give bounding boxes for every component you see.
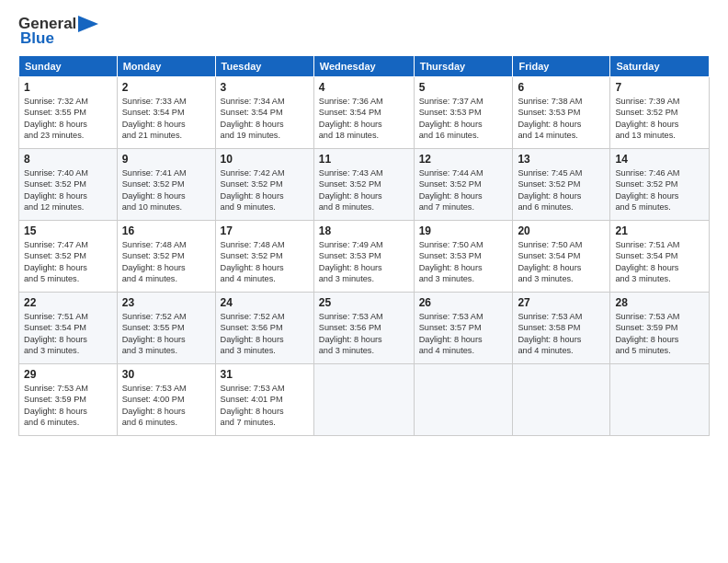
header: General Blue: [18, 15, 710, 48]
day-number: 21: [615, 224, 704, 237]
calendar-cell: 20Sunrise: 7:50 AM Sunset: 3:54 PM Dayli…: [513, 221, 610, 293]
calendar-week-row: 15Sunrise: 7:47 AM Sunset: 3:52 PM Dayli…: [19, 221, 710, 293]
day-number: 25: [319, 296, 409, 309]
day-info: Sunrise: 7:32 AM Sunset: 3:55 PM Dayligh…: [24, 96, 112, 142]
day-info: Sunrise: 7:50 AM Sunset: 3:53 PM Dayligh…: [419, 239, 508, 285]
weekday-header-cell: Wednesday: [313, 56, 414, 77]
calendar-cell: 5Sunrise: 7:37 AM Sunset: 3:53 PM Daylig…: [414, 77, 513, 149]
calendar-week-row: 29Sunrise: 7:53 AM Sunset: 3:59 PM Dayli…: [19, 364, 710, 436]
day-info: Sunrise: 7:53 AM Sunset: 3:57 PM Dayligh…: [419, 311, 508, 357]
calendar-cell: 25Sunrise: 7:53 AM Sunset: 3:56 PM Dayli…: [313, 293, 414, 364]
calendar-week-row: 1Sunrise: 7:32 AM Sunset: 3:55 PM Daylig…: [19, 77, 710, 149]
day-number: 28: [615, 296, 704, 309]
calendar-cell: 17Sunrise: 7:48 AM Sunset: 3:52 PM Dayli…: [215, 221, 313, 293]
day-info: Sunrise: 7:33 AM Sunset: 3:54 PM Dayligh…: [122, 96, 210, 142]
day-info: Sunrise: 7:46 AM Sunset: 3:52 PM Dayligh…: [615, 167, 704, 213]
day-info: Sunrise: 7:41 AM Sunset: 3:52 PM Dayligh…: [122, 167, 210, 213]
calendar-cell: 12Sunrise: 7:44 AM Sunset: 3:52 PM Dayli…: [414, 149, 513, 221]
day-number: 30: [122, 368, 210, 381]
calendar-cell: 26Sunrise: 7:53 AM Sunset: 3:57 PM Dayli…: [414, 293, 513, 364]
calendar-table: SundayMondayTuesdayWednesdayThursdayFrid…: [18, 55, 710, 436]
calendar-cell: 4Sunrise: 7:36 AM Sunset: 3:54 PM Daylig…: [313, 77, 414, 149]
weekday-header-row: SundayMondayTuesdayWednesdayThursdayFrid…: [19, 56, 710, 77]
logo-blue-label: Blue: [20, 29, 54, 48]
day-number: 16: [122, 224, 210, 237]
day-number: 20: [518, 224, 605, 237]
day-info: Sunrise: 7:36 AM Sunset: 3:54 PM Dayligh…: [319, 96, 409, 142]
day-info: Sunrise: 7:48 AM Sunset: 3:52 PM Dayligh…: [122, 239, 210, 285]
day-info: Sunrise: 7:52 AM Sunset: 3:56 PM Dayligh…: [221, 311, 309, 357]
page: General Blue SundayMondayTuesdayWednesda…: [0, 0, 728, 445]
day-info: Sunrise: 7:40 AM Sunset: 3:52 PM Dayligh…: [24, 167, 112, 213]
day-info: Sunrise: 7:51 AM Sunset: 3:54 PM Dayligh…: [615, 239, 704, 285]
calendar-cell: 15Sunrise: 7:47 AM Sunset: 3:52 PM Dayli…: [19, 221, 118, 293]
calendar-cell: 22Sunrise: 7:51 AM Sunset: 3:54 PM Dayli…: [19, 293, 118, 364]
day-number: 19: [419, 224, 508, 237]
calendar-cell: 6Sunrise: 7:38 AM Sunset: 3:53 PM Daylig…: [513, 77, 610, 149]
day-info: Sunrise: 7:50 AM Sunset: 3:54 PM Dayligh…: [518, 239, 605, 285]
day-number: 13: [518, 153, 605, 166]
day-info: Sunrise: 7:43 AM Sunset: 3:52 PM Dayligh…: [319, 167, 409, 213]
day-number: 12: [419, 153, 508, 166]
day-number: 6: [518, 81, 605, 94]
weekday-header-cell: Tuesday: [215, 56, 313, 77]
calendar-cell: 24Sunrise: 7:52 AM Sunset: 3:56 PM Dayli…: [215, 293, 313, 364]
day-info: Sunrise: 7:38 AM Sunset: 3:53 PM Dayligh…: [518, 96, 605, 142]
day-number: 4: [319, 81, 409, 94]
calendar-cell: [313, 364, 414, 436]
calendar-body: 1Sunrise: 7:32 AM Sunset: 3:55 PM Daylig…: [19, 77, 710, 436]
calendar-cell: 2Sunrise: 7:33 AM Sunset: 3:54 PM Daylig…: [117, 77, 215, 149]
day-info: Sunrise: 7:53 AM Sunset: 4:00 PM Dayligh…: [122, 383, 210, 429]
calendar-cell: 9Sunrise: 7:41 AM Sunset: 3:52 PM Daylig…: [117, 149, 215, 221]
day-info: Sunrise: 7:34 AM Sunset: 3:54 PM Dayligh…: [221, 96, 309, 142]
day-info: Sunrise: 7:53 AM Sunset: 3:58 PM Dayligh…: [518, 311, 605, 357]
day-number: 7: [615, 81, 704, 94]
calendar-cell: 3Sunrise: 7:34 AM Sunset: 3:54 PM Daylig…: [215, 77, 313, 149]
weekday-header-cell: Friday: [513, 56, 610, 77]
day-info: Sunrise: 7:44 AM Sunset: 3:52 PM Dayligh…: [419, 167, 508, 213]
day-info: Sunrise: 7:37 AM Sunset: 3:53 PM Dayligh…: [419, 96, 508, 142]
calendar-cell: 27Sunrise: 7:53 AM Sunset: 3:58 PM Dayli…: [513, 293, 610, 364]
calendar-cell: 1Sunrise: 7:32 AM Sunset: 3:55 PM Daylig…: [19, 77, 118, 149]
day-number: 31: [221, 368, 309, 381]
day-number: 26: [419, 296, 508, 309]
weekday-header-cell: Sunday: [19, 56, 118, 77]
calendar-cell: [513, 364, 610, 436]
day-info: Sunrise: 7:53 AM Sunset: 3:59 PM Dayligh…: [615, 311, 704, 357]
svg-marker-0: [78, 16, 98, 32]
calendar-cell: 7Sunrise: 7:39 AM Sunset: 3:52 PM Daylig…: [610, 77, 710, 149]
calendar-cell: 10Sunrise: 7:42 AM Sunset: 3:52 PM Dayli…: [215, 149, 313, 221]
calendar-cell: 21Sunrise: 7:51 AM Sunset: 3:54 PM Dayli…: [610, 221, 710, 293]
day-number: 10: [221, 153, 309, 166]
day-number: 8: [24, 153, 112, 166]
day-number: 29: [24, 368, 112, 381]
day-info: Sunrise: 7:49 AM Sunset: 3:53 PM Dayligh…: [319, 239, 409, 285]
calendar-cell: 19Sunrise: 7:50 AM Sunset: 3:53 PM Dayli…: [414, 221, 513, 293]
day-number: 3: [221, 81, 309, 94]
day-number: 23: [122, 296, 210, 309]
day-info: Sunrise: 7:53 AM Sunset: 3:56 PM Dayligh…: [319, 311, 409, 357]
calendar-cell: 29Sunrise: 7:53 AM Sunset: 3:59 PM Dayli…: [19, 364, 118, 436]
day-number: 1: [24, 81, 112, 94]
day-info: Sunrise: 7:51 AM Sunset: 3:54 PM Dayligh…: [24, 311, 112, 357]
day-number: 15: [24, 224, 112, 237]
weekday-header-cell: Saturday: [610, 56, 710, 77]
calendar-cell: 18Sunrise: 7:49 AM Sunset: 3:53 PM Dayli…: [313, 221, 414, 293]
calendar-cell: 14Sunrise: 7:46 AM Sunset: 3:52 PM Dayli…: [610, 149, 710, 221]
day-number: 14: [615, 153, 704, 166]
day-info: Sunrise: 7:53 AM Sunset: 3:59 PM Dayligh…: [24, 383, 112, 429]
calendar-cell: 13Sunrise: 7:45 AM Sunset: 3:52 PM Dayli…: [513, 149, 610, 221]
logo-arrow-icon: [78, 16, 98, 32]
calendar-cell: [610, 364, 710, 436]
calendar-cell: 8Sunrise: 7:40 AM Sunset: 3:52 PM Daylig…: [19, 149, 118, 221]
day-number: 5: [419, 81, 508, 94]
day-info: Sunrise: 7:42 AM Sunset: 3:52 PM Dayligh…: [221, 167, 309, 213]
calendar-cell: 16Sunrise: 7:48 AM Sunset: 3:52 PM Dayli…: [117, 221, 215, 293]
day-number: 18: [319, 224, 409, 237]
day-number: 9: [122, 153, 210, 166]
logo: General Blue: [18, 15, 98, 48]
calendar-cell: 31Sunrise: 7:53 AM Sunset: 4:01 PM Dayli…: [215, 364, 313, 436]
day-info: Sunrise: 7:48 AM Sunset: 3:52 PM Dayligh…: [221, 239, 309, 285]
day-number: 11: [319, 153, 409, 166]
day-info: Sunrise: 7:45 AM Sunset: 3:52 PM Dayligh…: [518, 167, 605, 213]
